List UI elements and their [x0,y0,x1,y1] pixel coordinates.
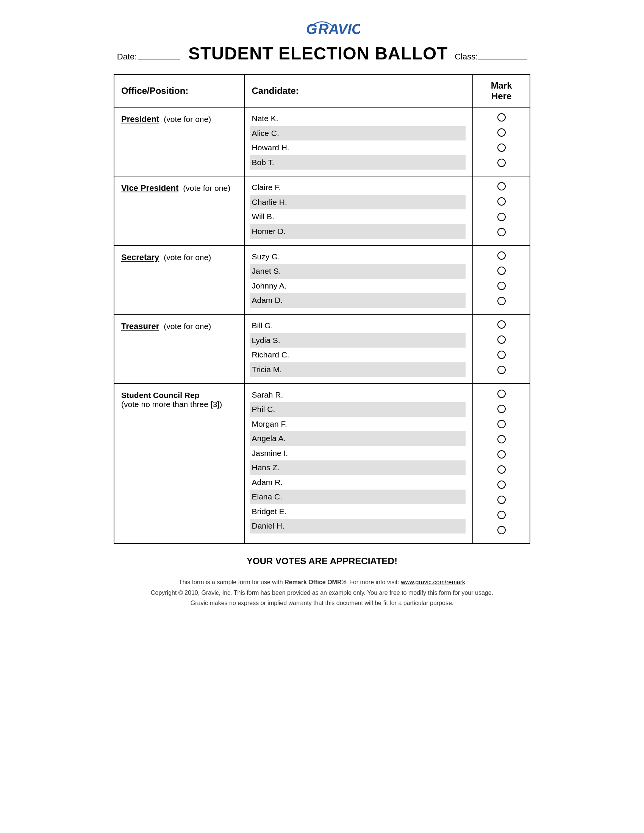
radio-circle[interactable] [497,351,506,359]
candidate-item: Tricia M. [250,362,465,377]
radio-item[interactable] [480,142,523,157]
table-header-row: Office/Position: Candidate: Mark Here [114,75,530,107]
candidate-item: Hans Z. [250,460,465,475]
candidate-cell-president: Nate K.Alice C.Howard H.Bob T. [244,107,473,176]
gravic-logo: G RAVIC . [284,15,360,38]
radio-circle[interactable] [497,336,506,344]
footer-legal-line3: Gravic makes no express or implied warra… [114,598,530,608]
candidate-item: Morgan F. [251,417,465,432]
date-underline [138,59,180,60]
radio-item[interactable] [480,433,523,448]
radio-circle[interactable] [497,213,506,221]
col-candidate-header: Candidate: [244,75,473,107]
radio-item[interactable] [480,388,523,403]
radio-circle[interactable] [497,197,506,206]
section-row-student-council-rep: Student Council Rep(vote no more than th… [114,384,530,544]
radio-item[interactable] [480,295,523,310]
radio-item[interactable] [480,226,523,241]
radio-item[interactable] [480,195,523,211]
mark-cell-president [473,107,530,176]
radio-circle[interactable] [497,143,506,152]
office-instruction-secretary: (vote for one) [164,253,211,262]
candidate-cell-treasurer: Bill G.Lydia S.Richard C.Tricia M. [244,314,473,383]
radio-item[interactable] [480,403,523,418]
radio-circle[interactable] [497,405,506,413]
svg-text:RAVIC: RAVIC [318,21,360,37]
footer-legal: This form is a sample form for use with … [114,577,530,608]
candidate-item: Suzy G. [251,249,465,264]
candidate-item: Bill G. [251,318,465,333]
radio-circle[interactable] [497,297,506,305]
candidate-item: Angela A. [250,431,465,446]
svg-text:.: . [348,24,349,31]
radio-item[interactable] [480,364,523,379]
ballot-title: Student Election Ballot [188,43,448,64]
candidate-item: Adam R. [251,475,465,490]
radio-item[interactable] [480,180,523,195]
candidate-item: Adam D. [250,293,465,308]
office-title-student-council-rep: Student Council Rep [121,391,200,399]
radio-circle[interactable] [497,465,506,474]
radio-circle[interactable] [497,182,506,190]
candidate-cell-secretary: Suzy G.Janet S.Johnny A.Adam D. [244,245,473,314]
radio-item[interactable] [480,334,523,349]
radio-circle[interactable] [497,450,506,458]
radio-item[interactable] [480,249,523,265]
candidate-item: Alice C. [250,126,465,141]
radio-item[interactable] [480,349,523,364]
radio-circle[interactable] [497,366,506,374]
section-row-vice-president: Vice President(vote for one)Claire F.Cha… [114,176,530,245]
class-label: Class: [455,52,478,62]
radio-circle[interactable] [497,113,506,122]
radio-circle[interactable] [497,526,506,534]
radio-item[interactable] [480,479,523,494]
office-cell-student-council-rep: Student Council Rep(vote no more than th… [114,384,244,544]
radio-item[interactable] [480,111,523,127]
candidate-item: Claire F. [251,180,465,195]
radio-circle[interactable] [497,481,506,489]
svg-text:G: G [306,21,317,37]
page: G RAVIC . Date: Student Election Ballot … [114,15,530,818]
date-label: Date: [117,52,137,62]
candidate-cell-vice-president: Claire F.Charlie H.Will B.Homer D. [244,176,473,245]
radio-circle[interactable] [497,159,506,167]
radio-circle[interactable] [497,435,506,443]
radio-item[interactable] [480,494,523,509]
office-title-secretary: Secretary [121,252,159,262]
radio-circle[interactable] [497,228,506,236]
radio-item[interactable] [480,157,523,172]
candidate-item: Jasmine I. [251,446,465,461]
radio-circle[interactable] [497,129,506,137]
candidate-item: Bridget E. [251,504,465,519]
radio-item[interactable] [480,509,523,524]
col-office-header: Office/Position: [114,75,244,107]
footer-legal-line1: This form is a sample form for use with … [114,577,530,587]
radio-item[interactable] [480,211,523,226]
radio-circle[interactable] [497,320,506,329]
radio-item[interactable] [480,463,523,479]
office-cell-treasurer: Treasurer(vote for one) [114,314,244,383]
radio-circle[interactable] [497,511,506,519]
radio-item[interactable] [480,280,523,295]
mark-cell-secretary [473,245,530,314]
office-cell-secretary: Secretary(vote for one) [114,245,244,314]
radio-item[interactable] [480,265,523,280]
radio-circle[interactable] [497,495,506,504]
radio-item[interactable] [480,127,523,142]
office-cell-president: President(vote for one) [114,107,244,176]
radio-item[interactable] [480,318,523,334]
office-title-treasurer: Treasurer [121,322,159,331]
radio-circle[interactable] [497,390,506,398]
candidate-item: Johnny A. [251,279,465,293]
header: Date: Student Election Ballot Class: [114,43,530,64]
radio-circle[interactable] [497,251,506,260]
section-row-treasurer: Treasurer(vote for one)Bill G.Lydia S.Ri… [114,314,530,383]
footer-link[interactable]: www.gravic.com/remark [401,579,465,585]
radio-circle[interactable] [497,420,506,428]
radio-circle[interactable] [497,282,506,290]
radio-item[interactable] [480,418,523,433]
radio-circle[interactable] [497,267,506,275]
radio-item[interactable] [480,524,523,539]
class-underline [478,59,527,60]
radio-item[interactable] [480,448,523,463]
